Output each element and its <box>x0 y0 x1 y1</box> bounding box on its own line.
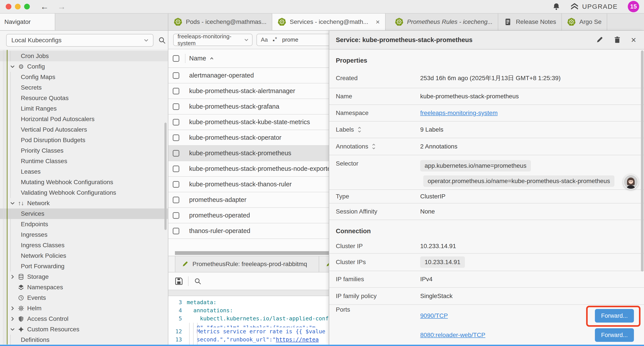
sidebar-scrollbar[interactable] <box>164 123 166 230</box>
sidebar-item-network[interactable]: ↑↓Network <box>0 198 168 209</box>
regex-toggle-icon[interactable]: ▪* <box>273 36 277 44</box>
delete-icon[interactable] <box>614 36 621 43</box>
close-tab-icon[interactable]: × <box>376 18 380 26</box>
close-panel-icon[interactable]: × <box>631 35 636 44</box>
sidebar-item-endpoints[interactable]: Endpoints <box>0 219 168 230</box>
table-row-kube-prometheus-stack-operator[interactable]: kube-prometheus-stack-operator <box>168 130 329 146</box>
tab-navigator[interactable]: Navigator <box>0 13 55 30</box>
row-checkbox[interactable] <box>173 150 179 157</box>
editor-search-icon[interactable] <box>194 277 202 285</box>
port-link[interactable]: 9090/TCP <box>420 312 448 319</box>
table-row-kube-prometheus-stack-thanos-ruler[interactable]: kube-prometheus-stack-thanos-ruler <box>168 177 329 192</box>
row-checkbox[interactable] <box>173 134 179 141</box>
sidebar-item-services[interactable]: Services <box>0 209 168 219</box>
save-icon[interactable] <box>174 277 183 286</box>
sidebar-item-custom-resources[interactable]: Custom Resources <box>0 324 168 335</box>
select-all-checkbox[interactable] <box>173 55 179 62</box>
sidebar-item-namespaces[interactable]: Namespaces <box>0 282 168 293</box>
name-column-header[interactable]: Name <box>189 55 206 62</box>
sort-updown-icon[interactable] <box>371 143 376 150</box>
chevron-right-icon[interactable] <box>10 274 15 280</box>
editor-divider-strip[interactable] <box>168 290 329 296</box>
search-icon[interactable] <box>158 36 166 44</box>
back-button[interactable]: ← <box>40 2 49 11</box>
editor-tab-partial[interactable] <box>319 256 329 272</box>
close-window-button[interactable] <box>6 4 12 9</box>
chevron-down-icon[interactable] <box>10 200 15 206</box>
chevron-down-icon[interactable] <box>10 327 15 332</box>
sidebar-item-runtime-classes[interactable]: Runtime Classes <box>0 156 168 166</box>
sidebar-item-pod-disruption-budgets[interactable]: Pod Disruption Budgets <box>0 135 168 145</box>
sidebar-item-port-forwarding[interactable]: Port Forwarding <box>0 261 168 272</box>
bell-icon[interactable] <box>552 3 560 10</box>
sidebar-item-cron-jobs[interactable]: Cron Jobs <box>0 51 168 61</box>
row-checkbox[interactable] <box>173 181 179 188</box>
row-checkbox[interactable] <box>173 166 179 172</box>
sort-asc-icon[interactable] <box>209 56 214 61</box>
detail-scrollbar[interactable] <box>641 50 644 272</box>
clock-icon <box>17 295 25 301</box>
sidebar-item-events[interactable]: Events <box>0 293 168 303</box>
namespace-link[interactable]: freeleaps-monitoring-system <box>420 109 498 116</box>
forward-button[interactable]: Forward... <box>595 328 634 342</box>
yaml-editor[interactable]: 3metadata:4 annotations:5 kubectl.kubern… <box>168 296 329 345</box>
table-row-kube-prometheus-stack-alertmanager[interactable]: kube-prometheus-stack-alertmanager <box>168 83 329 99</box>
table-row-kube-prometheus-stack-prometheus[interactable]: kube-prometheus-stack-prometheus <box>168 146 329 161</box>
tab-services-icecheng-math[interactable]: Services - icecheng@math...× <box>272 13 386 30</box>
table-row-thanos-ruler-operated[interactable]: thanos-ruler-operated <box>168 223 329 239</box>
sidebar-item-validating-webhook-configurations[interactable]: Validating Webhook Configurations <box>0 187 168 198</box>
horizontal-scrollbar[interactable] <box>175 251 329 255</box>
sidebar-item-resource-quotas[interactable]: Resource Quotas <box>0 93 168 103</box>
minimize-window-button[interactable] <box>15 4 20 9</box>
table-row-prometheus-adapter[interactable]: prometheus-adapter <box>168 192 329 208</box>
chevron-down-icon[interactable] <box>10 64 15 69</box>
tab-release-notes[interactable]: Release Notes <box>498 13 562 30</box>
upgrade-button[interactable]: UPGRADE <box>570 2 618 11</box>
kubeconfig-select[interactable]: Local Kubeconfigs <box>6 34 154 47</box>
sidebar-item-access-control[interactable]: Access Control <box>0 314 168 324</box>
maximize-window-button[interactable] <box>24 4 30 9</box>
edit-icon[interactable] <box>596 36 604 44</box>
tab-prometheus-rules-icecheng[interactable]: Prometheus Rules - icecheng... <box>390 13 498 30</box>
tab-argo-se[interactable]: Argo Se <box>562 13 607 30</box>
tab-pods-icecheng-mathmas[interactable]: Pods - icecheng@mathmas... <box>168 13 272 30</box>
sidebar-item-config-maps[interactable]: Config Maps <box>0 72 168 82</box>
sidebar-item-storage[interactable]: Storage <box>0 272 168 282</box>
sidebar-item-helm[interactable]: Helm <box>0 303 168 314</box>
sidebar-item-vertical-pod-autoscalers[interactable]: Vertical Pod Autoscalers <box>0 124 168 135</box>
table-row-kube-prometheus-stack-kube-state-metrics[interactable]: kube-prometheus-stack-kube-state-metrics <box>168 114 329 130</box>
table-row-prometheus-operated[interactable]: prometheus-operated <box>168 208 329 223</box>
sidebar-item-ingress-classes[interactable]: Ingress Classes <box>0 240 168 251</box>
forward-button[interactable]: → <box>58 2 66 11</box>
row-checkbox[interactable] <box>173 72 179 79</box>
chevron-right-icon[interactable] <box>10 316 15 322</box>
port-link[interactable]: 8080:reloader-web/TCP <box>420 332 485 339</box>
row-checkbox[interactable] <box>173 212 179 219</box>
chevron-right-icon[interactable] <box>10 306 15 311</box>
sidebar-item-network-policies[interactable]: Network Policies <box>0 251 168 261</box>
sidebar-item-ingresses[interactable]: Ingresses <box>0 230 168 240</box>
row-checkbox[interactable] <box>173 88 179 94</box>
row-checkbox[interactable] <box>173 228 179 234</box>
row-checkbox[interactable] <box>173 197 179 203</box>
notification-count-badge[interactable]: 15 <box>628 1 639 12</box>
user-avatar[interactable] <box>623 174 638 190</box>
editor-tab-prometheusrule[interactable]: PrometheusRule: freeleaps-prod-rabbitmq <box>175 256 319 272</box>
table-row-kube-prometheus-stack-grafana[interactable]: kube-prometheus-stack-grafana <box>168 99 329 114</box>
sidebar-item-mutating-webhook-configurations[interactable]: Mutating Webhook Configurations <box>0 177 168 187</box>
namespace-select[interactable]: freeleaps-monitoring-system <box>173 34 252 46</box>
table-row-kube-prometheus-stack-prometheus-node-exporter[interactable]: kube-prometheus-stack-prometheus-node-ex… <box>168 161 329 177</box>
sidebar-item-horizontal-pod-autoscalers[interactable]: Horizontal Pod Autoscalers <box>0 114 168 124</box>
sort-updown-icon[interactable] <box>357 126 362 133</box>
sidebar-item-leases[interactable]: Leases <box>0 166 168 177</box>
sidebar-item-limit-ranges[interactable]: Limit Ranges <box>0 103 168 114</box>
sidebar-item-definitions[interactable]: Definitions <box>0 335 168 345</box>
sidebar-item-priority-classes[interactable]: Priority Classes <box>0 145 168 156</box>
sidebar-item-secrets[interactable]: Secrets <box>0 82 168 93</box>
filter-input[interactable]: Aa ▪* prome <box>256 34 329 46</box>
row-checkbox[interactable] <box>173 103 179 110</box>
case-sensitive-toggle[interactable]: Aa <box>261 36 268 43</box>
row-checkbox[interactable] <box>173 119 179 125</box>
sidebar-item-config[interactable]: ⚙Config <box>0 61 168 72</box>
table-row-alertmanager-operated[interactable]: alertmanager-operated <box>168 68 329 83</box>
